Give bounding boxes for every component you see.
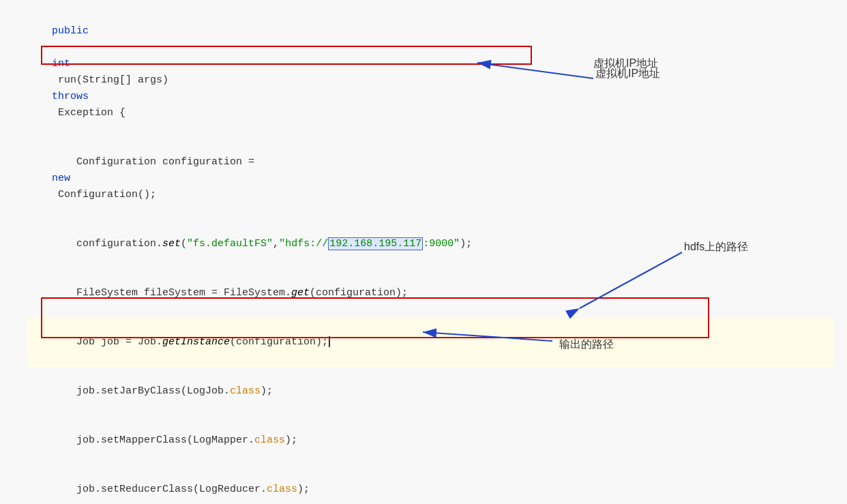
- code-line-8: job.setReducerClass(LogReducer.class);: [27, 465, 833, 504]
- code-line-7: job.setMapperClass(LogMapper.class);: [27, 416, 833, 465]
- code-line-3: configuration.set("fs.defaultFS","hdfs:/…: [27, 220, 833, 269]
- keyword-throws: throws: [52, 91, 89, 102]
- code-line-5: Job job = Job.getInstance(configuration)…: [27, 318, 833, 367]
- method-set: set: [162, 238, 181, 250]
- code-line-4: FileSystem fileSystem = FileSystem.get(c…: [27, 269, 833, 318]
- keyword-class1: class: [230, 385, 261, 397]
- keyword-class3: class: [267, 484, 297, 495]
- keyword-new: new: [52, 173, 70, 184]
- keyword-public: public: [52, 25, 89, 37]
- annotation-vm-ip: 虚拟机IP地址: [593, 55, 658, 72]
- keyword-int: int: [52, 58, 70, 70]
- keyword-class2: class: [254, 434, 285, 446]
- code-line-1: public int run(String[] args) throws Exc…: [27, 7, 833, 138]
- method-get: get: [291, 287, 310, 299]
- code-line-2: Configuration configuration = new Config…: [27, 138, 833, 220]
- code-line-6: job.setJarByClass(LogJob.class);: [27, 367, 833, 416]
- code-block: public int run(String[] args) throws Exc…: [0, 0, 847, 504]
- method-getInstance: getInstance: [162, 336, 230, 348]
